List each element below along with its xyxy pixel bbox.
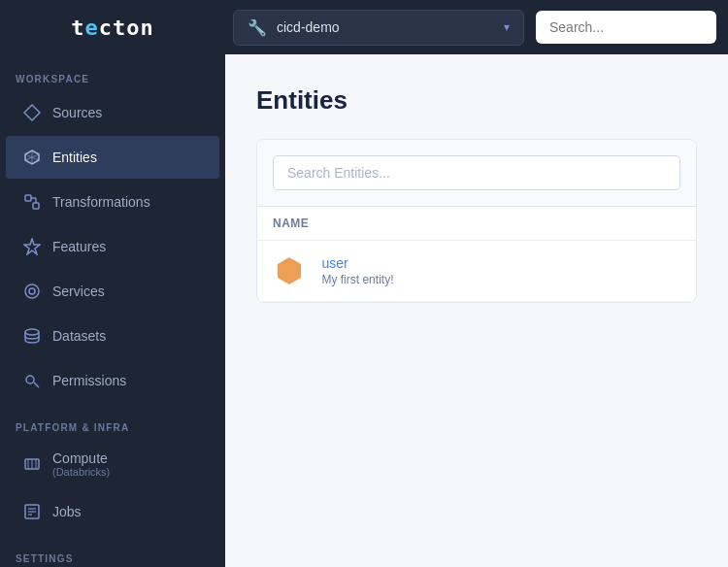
entities-search-area: [257, 140, 696, 207]
sidebar-item-label: Jobs: [52, 504, 82, 519]
workspace-selector[interactable]: 🔧 cicd-demo ▾: [233, 10, 524, 46]
compute-sublabel: (Databricks): [52, 466, 110, 478]
entities-card: Name user: [256, 139, 697, 303]
topbar: tecton 🔧 cicd-demo ▾: [0, 0, 728, 54]
sidebar: WORKSPACE Sources Entities Transformatio…: [0, 54, 225, 567]
page-title: Entities: [256, 85, 697, 116]
main-layout: WORKSPACE Sources Entities Transformatio…: [0, 54, 728, 567]
svg-rect-5: [25, 195, 31, 201]
search-input[interactable]: [536, 11, 716, 44]
sidebar-item-label: Datasets: [52, 328, 106, 344]
compute-label: Compute: [52, 450, 108, 466]
workspace-name: cicd-demo: [277, 19, 504, 35]
sidebar-item-label: Entities: [52, 150, 97, 165]
feature-icon: [21, 236, 43, 257]
svg-marker-0: [24, 105, 40, 120]
platform-section-label: PLATFORM & INFRA: [0, 403, 225, 439]
cube-icon: [21, 147, 43, 168]
settings-section-label: SETTINGS: [0, 534, 225, 567]
jobs-icon: [21, 501, 43, 522]
sidebar-item-label: Services: [52, 284, 105, 299]
entities-table: Name user: [257, 207, 696, 302]
sidebar-item-label: Features: [52, 239, 106, 254]
workspace-section-label: WORKSPACE: [0, 54, 225, 90]
wrench-icon: 🔧: [248, 18, 267, 37]
sidebar-item-services[interactable]: Services: [6, 270, 219, 313]
sidebar-item-features[interactable]: Features: [6, 225, 219, 268]
svg-rect-6: [33, 203, 39, 209]
table-row: user My first entity!: [257, 241, 696, 302]
chevron-down-icon: ▾: [504, 20, 510, 34]
diamond-icon: [21, 102, 43, 123]
sidebar-item-transformations[interactable]: Transformations: [6, 181, 219, 223]
global-search[interactable]: [536, 11, 716, 44]
svg-line-14: [34, 383, 39, 387]
key-icon: [21, 370, 43, 391]
entity-hex-icon: [274, 255, 305, 286]
svg-point-12: [25, 329, 39, 335]
sidebar-item-jobs[interactable]: Jobs: [6, 490, 219, 533]
service-icon: [21, 281, 43, 302]
sidebar-item-datasets[interactable]: Datasets: [6, 315, 219, 357]
logo-area: tecton: [0, 16, 225, 40]
entity-info: user My first entity!: [321, 255, 393, 286]
sidebar-item-content: Compute (Databricks): [52, 450, 110, 478]
column-name: Name: [257, 207, 696, 241]
compute-icon: [21, 453, 43, 475]
sidebar-item-entities[interactable]: Entities: [6, 136, 219, 179]
svg-point-13: [26, 376, 34, 384]
entity-cell: user My first entity!: [257, 241, 696, 302]
sidebar-item-sources[interactable]: Sources: [6, 91, 219, 134]
logo: tecton: [71, 16, 153, 40]
sidebar-item-permissions[interactable]: Permissions: [6, 359, 219, 402]
svg-point-10: [25, 284, 39, 298]
transform-icon: [21, 191, 43, 213]
sidebar-item-label: Permissions: [52, 373, 126, 388]
content-area: Entities Name: [225, 54, 728, 567]
entity-name-link[interactable]: user: [321, 255, 393, 271]
dataset-icon: [21, 325, 43, 347]
svg-marker-9: [24, 239, 40, 254]
entity-description: My first entity!: [321, 273, 393, 286]
entities-search-input[interactable]: [273, 155, 680, 190]
entity-icon-wrap: [273, 254, 306, 287]
sidebar-item-compute[interactable]: Compute (Databricks): [6, 440, 219, 488]
svg-point-11: [29, 288, 35, 294]
sidebar-item-label: Transformations: [52, 194, 150, 210]
sidebar-item-label: Sources: [52, 105, 102, 120]
